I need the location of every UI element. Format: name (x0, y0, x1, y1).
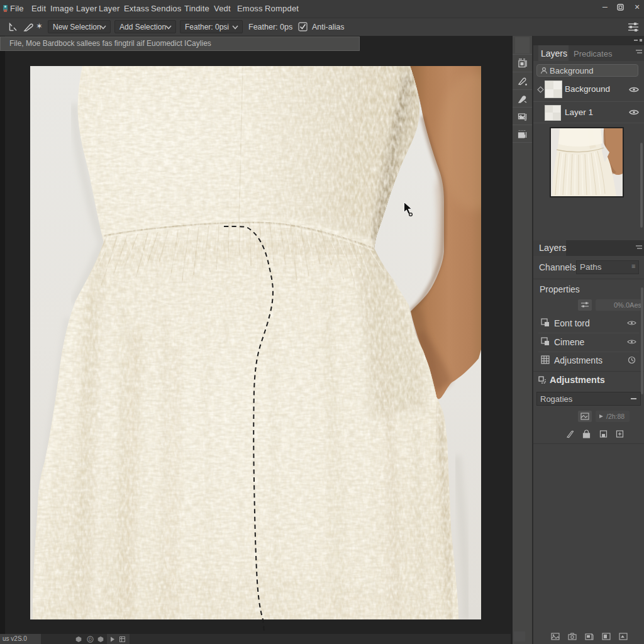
svg-text:D: D (89, 637, 92, 641)
